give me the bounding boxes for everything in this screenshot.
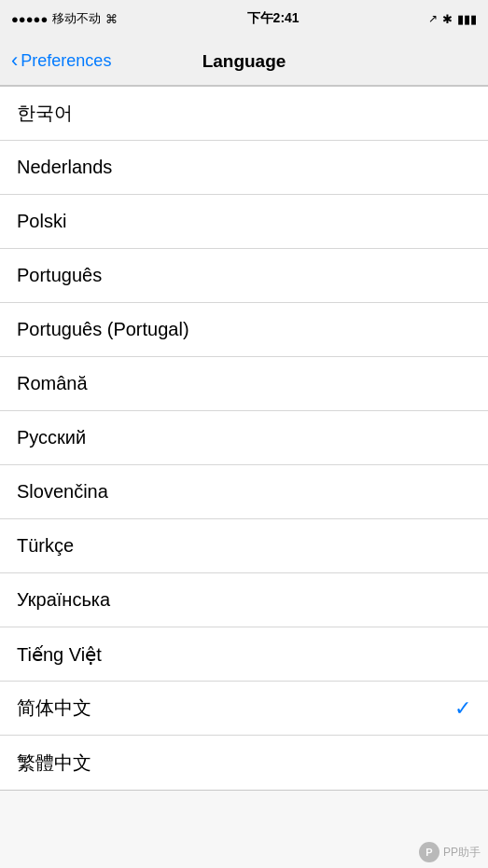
language-name: Türkçe bbox=[17, 535, 74, 557]
language-item[interactable]: Polski bbox=[0, 195, 488, 249]
language-name: 繁體中文 bbox=[17, 751, 91, 776]
language-item[interactable]: 简体中文✓ bbox=[0, 682, 488, 736]
language-name: Português bbox=[17, 265, 102, 286]
language-name: 한국어 bbox=[17, 101, 73, 126]
language-item[interactable]: Română bbox=[0, 357, 488, 411]
language-name: Português (Portugal) bbox=[17, 319, 189, 340]
language-name: Polski bbox=[17, 211, 66, 232]
location-icon: ↗ bbox=[428, 12, 438, 25]
battery-icon: ▮▮▮ bbox=[457, 12, 477, 26]
status-bar: ●●●●● 移动不动 ⌘ 下午2:41 ↗ ✱ ▮▮▮ bbox=[0, 0, 488, 37]
wifi-icon: ⌘ bbox=[105, 12, 118, 26]
signal-dots: ●●●●● bbox=[11, 12, 48, 26]
nav-bar: ‹ Preferences Language bbox=[0, 37, 488, 86]
language-name: Українська bbox=[17, 589, 110, 611]
language-item[interactable]: Türkçe bbox=[0, 519, 488, 573]
language-name: Slovenčina bbox=[17, 481, 108, 503]
chevron-left-icon: ‹ bbox=[11, 50, 18, 71]
language-item[interactable]: Português (Portugal) bbox=[0, 303, 488, 357]
page-title: Language bbox=[202, 51, 286, 72]
watermark: P PP助手 bbox=[419, 842, 481, 862]
status-time: 下午2:41 bbox=[247, 10, 300, 27]
language-item[interactable]: Nederlands bbox=[0, 141, 488, 195]
watermark-icon: P bbox=[419, 842, 439, 862]
language-item[interactable]: 繁體中文 bbox=[0, 736, 488, 790]
language-item[interactable]: Tiếng Việt bbox=[0, 627, 488, 682]
checkmark-icon: ✓ bbox=[454, 696, 471, 721]
watermark-text: PP助手 bbox=[443, 845, 481, 861]
back-label: Preferences bbox=[21, 51, 111, 71]
language-name: Русский bbox=[17, 427, 86, 448]
language-name: Română bbox=[17, 373, 88, 394]
language-name: Nederlands bbox=[17, 157, 112, 178]
language-name: Tiếng Việt bbox=[17, 643, 102, 666]
language-list: 한국어NederlandsPolskiPortuguêsPortuguês (P… bbox=[0, 86, 488, 791]
bluetooth-icon: ✱ bbox=[442, 12, 453, 26]
back-button[interactable]: ‹ Preferences bbox=[0, 51, 122, 71]
language-name: 简体中文 bbox=[17, 696, 91, 721]
status-left: ●●●●● 移动不动 ⌘ bbox=[11, 10, 118, 27]
language-item[interactable]: Português bbox=[0, 249, 488, 303]
status-right: ↗ ✱ ▮▮▮ bbox=[428, 12, 477, 26]
language-item[interactable]: Русский bbox=[0, 411, 488, 465]
carrier-label: 移动不动 bbox=[52, 10, 101, 27]
language-item[interactable]: Slovenčina bbox=[0, 465, 488, 519]
language-item[interactable]: Українська bbox=[0, 573, 488, 627]
language-item[interactable]: 한국어 bbox=[0, 87, 488, 141]
